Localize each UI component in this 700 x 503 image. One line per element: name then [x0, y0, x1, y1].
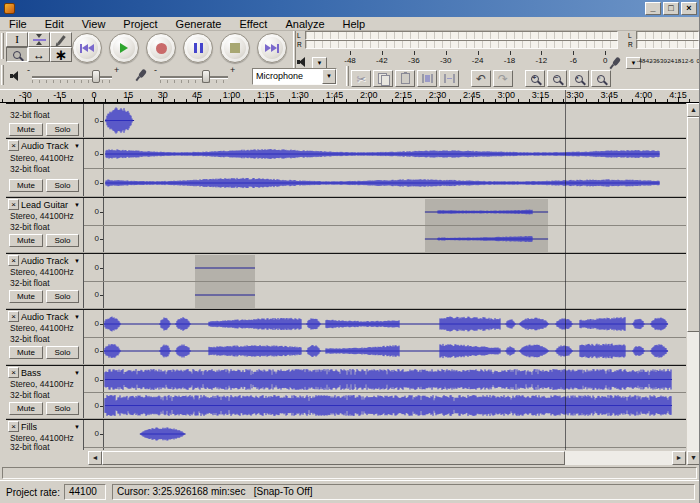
timeline-ruler[interactable]: -30-1501530451:001:151:301:452:002:152:3…: [0, 89, 700, 103]
mute-button[interactable]: Mute: [9, 402, 43, 415]
zoom-in-button[interactable]: +: [525, 70, 545, 87]
vscroll-down-arrow[interactable]: ▼: [687, 451, 700, 465]
time-shift-tool[interactable]: ↔: [28, 47, 50, 62]
waveform[interactable]: [104, 140, 686, 168]
track-menu-icon[interactable]: ▼: [74, 142, 80, 150]
toolbar-grip[interactable]: [1, 33, 4, 59]
solo-button[interactable]: Solo: [46, 179, 79, 192]
vscroll-up-arrow[interactable]: ▲: [687, 103, 700, 117]
selection-tool[interactable]: I: [6, 32, 28, 47]
hscroll-left-arrow[interactable]: ◄: [88, 451, 102, 465]
track-name[interactable]: Audio Track: [21, 312, 69, 322]
track-close-button[interactable]: ×: [8, 199, 19, 210]
waveform[interactable]: [104, 367, 686, 392]
skip-to-start-button[interactable]: [72, 33, 102, 63]
vscroll-thumb[interactable]: [687, 117, 700, 332]
track-name[interactable]: Audio Track: [21, 256, 69, 266]
multi-tool-tool[interactable]: ∗: [50, 47, 72, 62]
paste-button[interactable]: [395, 70, 415, 87]
input-volume-slider[interactable]: [160, 76, 228, 78]
fit-selection-button[interactable]: ▪: [569, 70, 589, 87]
solo-button[interactable]: Solo: [46, 290, 79, 303]
mute-button[interactable]: Mute: [9, 179, 43, 192]
mute-button[interactable]: Mute: [9, 290, 43, 303]
output-meter-right-bar[interactable]: [305, 40, 618, 49]
mute-button[interactable]: Mute: [9, 346, 43, 359]
track-close-button[interactable]: ×: [8, 140, 19, 151]
track-menu-icon[interactable]: ▼: [74, 423, 80, 431]
mute-button[interactable]: Mute: [9, 123, 43, 136]
zoom-tool[interactable]: [6, 47, 28, 62]
menu-effect[interactable]: Effect: [230, 17, 276, 31]
track-menu-icon[interactable]: ▼: [74, 257, 80, 265]
waveform[interactable]: [104, 338, 686, 364]
track-waveform-area[interactable]: [104, 420, 686, 450]
mixer-grip[interactable]: [1, 65, 4, 85]
track-name[interactable]: Bass: [21, 368, 41, 378]
trim-outside-selection-button[interactable]: [417, 70, 437, 87]
close-button[interactable]: ×: [681, 2, 697, 15]
track-menu-icon[interactable]: ▼: [74, 313, 80, 321]
track-close-button[interactable]: ×: [8, 421, 19, 432]
copy-button[interactable]: [373, 70, 393, 87]
mute-button[interactable]: Mute: [9, 234, 43, 247]
track-menu-icon[interactable]: ▼: [74, 201, 80, 209]
track-name[interactable]: Fills: [21, 422, 37, 432]
menu-help[interactable]: Help: [334, 17, 375, 31]
undo-button[interactable]: ↶: [471, 70, 491, 87]
input-volume-thumb[interactable]: [202, 70, 210, 83]
pause-button[interactable]: [183, 33, 213, 63]
track-name[interactable]: Lead Guitar: [21, 200, 68, 210]
solo-button[interactable]: Solo: [46, 402, 79, 415]
waveform[interactable]: [104, 255, 686, 281]
menu-view[interactable]: View: [73, 17, 115, 31]
waveform[interactable]: [104, 421, 686, 447]
waveform[interactable]: [104, 393, 686, 418]
waveform[interactable]: [104, 311, 686, 337]
waveform[interactable]: [104, 282, 686, 308]
track-name[interactable]: Audio Track: [21, 141, 69, 151]
menu-file[interactable]: File: [0, 17, 36, 31]
menu-generate[interactable]: Generate: [167, 17, 231, 31]
cut-button[interactable]: ✂: [351, 70, 371, 87]
menu-edit[interactable]: Edit: [36, 17, 73, 31]
combo-dropdown-icon[interactable]: ▼: [322, 69, 336, 84]
solo-button[interactable]: Solo: [46, 234, 79, 247]
track-menu-icon[interactable]: ▼: [74, 369, 80, 377]
meter-grip[interactable]: [293, 31, 296, 68]
waveform[interactable]: [104, 169, 686, 196]
restore-button[interactable]: □: [663, 2, 679, 15]
waveform[interactable]: [104, 104, 686, 137]
edit-toolbar-grip[interactable]: [346, 66, 349, 86]
menu-project[interactable]: Project: [114, 17, 166, 31]
draw-tool[interactable]: [50, 32, 72, 47]
waveform[interactable]: [104, 226, 686, 252]
input-meter-left-bar[interactable]: [636, 31, 699, 40]
input-source-combobox[interactable]: Microphone ▼: [252, 68, 337, 85]
waveform[interactable]: [104, 448, 686, 450]
redo-button[interactable]: ↷: [493, 70, 513, 87]
solo-button[interactable]: Solo: [46, 123, 79, 136]
skip-to-end-button[interactable]: [257, 33, 287, 63]
hscroll-right-arrow[interactable]: ►: [672, 451, 686, 465]
stop-button[interactable]: [220, 33, 250, 63]
silence-selection-button[interactable]: [439, 70, 459, 87]
track-waveform-area[interactable]: [104, 104, 686, 137]
zoom-out-button[interactable]: −: [547, 70, 567, 87]
output-volume-slider[interactable]: [32, 76, 112, 78]
record-button[interactable]: [146, 33, 176, 63]
solo-button[interactable]: Solo: [46, 346, 79, 359]
minimize-button[interactable]: _: [645, 2, 661, 15]
hscroll-thumb[interactable]: [102, 451, 565, 465]
track-close-button[interactable]: ×: [8, 367, 19, 378]
input-meter-right-bar[interactable]: [636, 40, 699, 49]
track-close-button[interactable]: ×: [8, 311, 19, 322]
output-meter-left-bar[interactable]: [305, 31, 618, 40]
track-close-button[interactable]: ×: [8, 255, 19, 266]
waveform[interactable]: [104, 199, 686, 225]
fit-project-button[interactable]: ▫: [591, 70, 611, 87]
menu-analyze[interactable]: Analyze: [276, 17, 333, 31]
play-button[interactable]: [109, 33, 139, 63]
output-volume-thumb[interactable]: [92, 70, 100, 83]
envelope-tool[interactable]: [28, 32, 50, 47]
